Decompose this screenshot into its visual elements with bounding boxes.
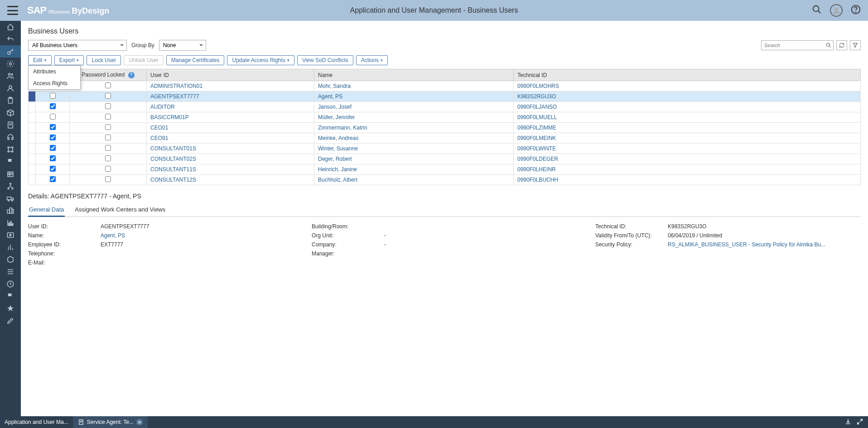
search-icon[interactable] <box>812 5 822 16</box>
svg-point-0 <box>813 6 819 12</box>
logo[interactable]: SAP ®Business ByDesign <box>27 5 109 16</box>
page-title: Application and User Management - Busine… <box>350 6 518 14</box>
svg-point-4 <box>856 12 856 12</box>
top-header: SAP ®Business ByDesign Application and U… <box>0 0 868 21</box>
logo-sap: SAP <box>27 5 46 16</box>
help-icon[interactable] <box>851 5 861 16</box>
logo-bydesign: ByDesign <box>72 6 109 16</box>
logo-business: ®Business <box>48 10 70 14</box>
user-avatar[interactable] <box>830 4 843 17</box>
svg-point-2 <box>834 7 838 11</box>
svg-line-1 <box>818 11 821 14</box>
menu-icon[interactable] <box>7 6 18 15</box>
header-actions <box>812 4 861 17</box>
